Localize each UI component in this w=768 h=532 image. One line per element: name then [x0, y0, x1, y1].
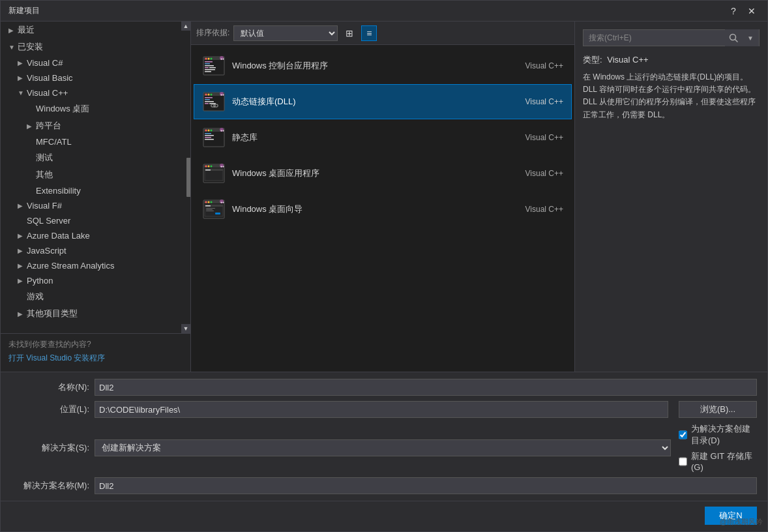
template-info-static-lib: 静态库: [232, 132, 515, 143]
svg-point-32: [211, 130, 213, 132]
center-panel: 排序依据: 默认值名称类型语言 ⊞ ≡: [191, 22, 575, 372]
sidebar-item-windows-desktop[interactable]: Windows 桌面: [1, 100, 181, 117]
template-item-windows-console[interactable]: ++ Windows 控制台应用程序 Visual C++: [194, 48, 572, 83]
sidebar-item-azure-stream-analytics[interactable]: ▶ Azure Stream Analytics: [1, 258, 181, 273]
sidebar-item-label: Visual Basic: [27, 73, 73, 83]
dialog-title: 新建项目: [8, 5, 726, 16]
sidebar-item-label: Python: [27, 276, 53, 286]
sidebar-item-label: Visual C++: [27, 88, 68, 98]
sidebar-item-test[interactable]: 测试: [1, 149, 181, 166]
sidebar-item-label: 游戏: [27, 291, 44, 303]
form-row-location: 位置(L): 浏览(B)...: [11, 401, 757, 418]
scroll-down-button[interactable]: ▼: [181, 324, 190, 333]
template-description: 在 Windows 上运行的动态链接库(DLL)的项目。DLL 容纳可同时在多个…: [583, 71, 760, 121]
svg-rect-9: [209, 67, 216, 68]
sidebar-item-label: SQL Server: [27, 216, 70, 226]
sort-select[interactable]: 默认值名称类型语言: [233, 25, 338, 41]
svg-point-53: [211, 201, 213, 203]
sidebar-item-label: JavaScript: [27, 246, 66, 256]
sidebar-item-installed[interactable]: ▼ 已安装: [1, 38, 181, 55]
template-item-dll[interactable]: ++ 动态链接库(DLL) Visual C++: [194, 84, 572, 119]
arrow-icon: ▶: [18, 202, 27, 209]
svg-rect-34: [205, 135, 214, 136]
sidebar-item-mfc-atl[interactable]: MFC/ATL: [1, 134, 181, 149]
grid-view-button[interactable]: ⊞: [342, 25, 357, 41]
toolbar: 排序依据: 默认值名称类型语言 ⊞ ≡: [191, 22, 574, 45]
arrow-icon: ▶: [18, 59, 27, 66]
sidebar-item-label: Azure Data Lake: [27, 231, 90, 241]
template-info-windows-console: Windows 控制台应用程序: [232, 60, 515, 72]
sidebar-list: ▶ 最近 ▼ 已安装 ▶ Visual C# ▶: [1, 22, 181, 333]
form-row-name: 名称(N):: [11, 379, 757, 396]
sidebar-item-visual-basic[interactable]: ▶ Visual Basic: [1, 70, 181, 85]
sidebar-item-recent[interactable]: ▶ 最近: [1, 22, 181, 38]
sidebar-item-visual-fsharp[interactable]: ▶ Visual F#: [1, 198, 181, 213]
template-item-static-lib[interactable]: ++ 静态库 Visual C++: [194, 120, 572, 155]
arrow-icon: ▶: [8, 27, 18, 34]
checkbox-col: 为解决方案创建目录(D) 新建 GIT 存储库(G): [679, 423, 757, 472]
svg-rect-23: [209, 103, 216, 104]
sidebar-item-cross-platform[interactable]: ▶ 跨平台: [1, 117, 181, 134]
svg-rect-60: [215, 213, 220, 214]
template-tag: Visual C++: [515, 205, 563, 214]
search-input[interactable]: [583, 33, 725, 42]
location-input[interactable]: [95, 401, 668, 418]
help-button[interactable]: ?: [726, 3, 741, 19]
list-view-button[interactable]: ≡: [361, 25, 377, 41]
name-label: 名称(N):: [11, 381, 89, 393]
template-item-windows-desktop-wizard[interactable]: ++ Windows 桌面向导 Visual C++: [194, 192, 572, 227]
name-input[interactable]: [95, 379, 757, 396]
right-panel: ▼ 类型: Visual C++ 在 Windows 上运行的动态链接库(DLL…: [575, 22, 767, 372]
svg-point-42: [208, 166, 210, 168]
svg-rect-59: [206, 211, 214, 211]
svg-rect-21: [205, 101, 214, 102]
svg-rect-8: [205, 67, 209, 68]
sidebar-item-other-project-types[interactable]: ▶ 其他项目类型: [1, 305, 181, 322]
sidebar-item-extensibility[interactable]: Extensibility: [1, 183, 181, 198]
sidebar-scrollbar: ▲ ▼: [181, 22, 190, 333]
svg-line-64: [735, 40, 738, 42]
scroll-up-button[interactable]: ▲: [181, 22, 190, 31]
template-tag: Visual C++: [515, 97, 563, 106]
form-row-solution: 解决方案(S): 创建新解决方案添加到解决方案创建新解决方案 为解决方案创建目录…: [11, 423, 757, 472]
sidebar-item-label: 跨平台: [36, 120, 61, 132]
search-dropdown-button[interactable]: ▼: [742, 29, 759, 46]
template-icon-windows-desktop-app: ++: [202, 162, 226, 185]
solution-name-input[interactable]: [95, 477, 757, 494]
sidebar-item-visual-csharp[interactable]: ▶ Visual C#: [1, 55, 181, 70]
create-dir-checkbox[interactable]: [679, 430, 687, 439]
svg-rect-35: [205, 137, 211, 138]
sidebar: ▶ 最近 ▼ 已安装 ▶ Visual C# ▶: [1, 22, 191, 372]
sidebar-item-label: 最近: [18, 24, 35, 36]
sidebar-item-label: 测试: [36, 152, 53, 164]
location-label: 位置(L):: [11, 404, 89, 415]
template-info-dll: 动态链接库(DLL): [232, 96, 515, 108]
close-button[interactable]: ✕: [744, 3, 760, 19]
template-info-windows-desktop-app: Windows 桌面应用程序: [232, 168, 515, 179]
sidebar-item-javascript[interactable]: ▶ JavaScript: [1, 243, 181, 258]
sidebar-item-visual-cpp[interactable]: ▼ Visual C++: [1, 85, 181, 100]
git-checkbox[interactable]: [679, 457, 687, 466]
svg-text:++: ++: [220, 57, 224, 61]
install-link[interactable]: 打开 Visual Studio 安装程序: [8, 353, 183, 364]
search-button[interactable]: [725, 29, 742, 46]
form-row-solution-name: 解决方案名称(M):: [11, 477, 757, 494]
sidebar-item-python[interactable]: ▶ Python: [1, 273, 181, 288]
sidebar-item-other[interactable]: 其他: [1, 166, 181, 183]
template-item-windows-desktop-app[interactable]: ++ Windows 桌面应用程序 Visual C++: [194, 156, 572, 191]
svg-point-16: [205, 94, 207, 96]
title-bar-buttons: ? ✕: [726, 3, 760, 19]
arrow-icon: ▶: [18, 277, 27, 284]
svg-rect-33: [205, 133, 211, 134]
svg-rect-36: [205, 139, 214, 140]
solution-select[interactable]: 创建新解决方案添加到解决方案创建新解决方案: [95, 439, 671, 456]
sidebar-item-games[interactable]: 游戏: [1, 288, 181, 305]
svg-rect-11: [205, 71, 211, 72]
sidebar-item-label: Extensibility: [36, 186, 81, 196]
svg-point-18: [211, 94, 213, 96]
browse-button[interactable]: 浏览(B)...: [679, 401, 757, 418]
sidebar-footer: 未找到你要查找的内容? 打开 Visual Studio 安装程序: [1, 333, 190, 372]
svg-point-2: [205, 58, 207, 60]
sidebar-item-sql-server[interactable]: SQL Server: [1, 213, 181, 228]
sidebar-item-azure-data-lake[interactable]: ▶ Azure Data Lake: [1, 228, 181, 243]
